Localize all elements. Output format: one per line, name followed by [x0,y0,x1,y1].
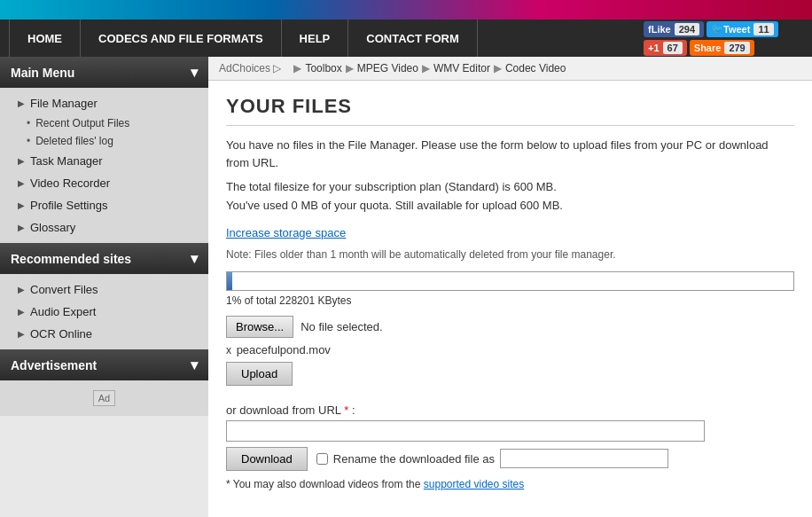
url-input[interactable] [226,420,705,442]
ad-badge: Ad [93,390,115,406]
progress-bar-fill [227,272,232,290]
sidebar-item-video-recorder[interactable]: ▶ Video Recorder [0,172,208,194]
breadcrumb-sep-2: ▶ [346,62,354,74]
content-wrapper: Main Menu ▾ ▶ File Manager Recent Output… [0,57,812,517]
increase-storage-link[interactable]: Increase storage space [226,226,346,239]
breadcrumb-mpeg-video[interactable]: MPEG Video [357,62,418,74]
social-buttons: f Like 294 🐦 Tweet 11 +1 67 Share 279 [644,21,803,56]
sidebar-item-convert-files[interactable]: ▶ Convert Files [0,278,208,301]
triangle-icon: ▶ [18,223,25,232]
sidebar-item-ocr-online[interactable]: ▶ OCR Online [0,323,208,345]
breadcrumb: AdChoices ▷ ▶ Toolbox ▶ MPEG Video ▶ WMV… [208,57,812,81]
breadcrumb-sep-1: ▶ [293,62,301,74]
triangle-icon: ▶ [18,98,25,108]
progress-bar-container [226,271,794,291]
rename-checkbox-row: Rename the downloaded file as [316,449,668,468]
footnote: * You may also download videos from the … [226,478,794,490]
share-label: Share [694,43,722,53]
nav-links: HOME CODECS AND FILE FORMATS HELP CONTAC… [9,20,644,57]
triangle-icon: ▶ [18,178,25,188]
main-menu-label: Main Menu [11,66,74,80]
upload-button[interactable]: Upload [226,362,293,386]
sidebar: Main Menu ▾ ▶ File Manager Recent Output… [0,57,208,517]
nav-contact[interactable]: CONTACT FORM [348,20,477,57]
page-body: YOUR FILES You have no files in the File… [208,81,812,517]
sidebar-subitem-deleted-files[interactable]: Deleted files' log [0,132,208,150]
rename-label: Rename the downloaded file as [333,452,495,466]
sidebar-item-glossary[interactable]: ▶ Glossary [0,216,208,239]
selected-file-row: x peacefulpond.mov [226,343,794,356]
sidebar-item-task-manager[interactable]: ▶ Task Manager [0,150,208,172]
info-text: You have no files in the File Manager. P… [226,137,794,171]
no-file-text: No file selected. [301,320,383,333]
facebook-like-count: 294 [675,23,699,35]
triangle-icon: ▶ [18,307,25,317]
breadcrumb-wmv-editor[interactable]: WMV Editor [433,62,490,74]
storage-line1: The total filesize for your subscription… [226,178,794,197]
twitter-icon: 🐦 [711,23,723,35]
footnote-text: * You may also download videos from the [226,478,420,490]
advertisement-arrow-icon: ▾ [191,356,198,373]
download-url-label: or download from URL * : [226,403,794,417]
nav-help[interactable]: HELP [282,20,349,57]
recommended-sites-header[interactable]: Recommended sites ▾ [0,243,208,274]
twitter-tweet-count: 11 [753,23,773,35]
ocr-online-label: OCR Online [30,327,92,341]
triangle-icon: ▶ [18,285,25,294]
share-button[interactable]: Share 279 [690,40,754,56]
colon: : [352,403,355,417]
facebook-like-button[interactable]: f Like 294 [644,21,704,37]
twitter-tweet-label: Tweet [723,24,750,35]
breadcrumb-toolbox[interactable]: Toolbox [305,62,341,74]
rename-checkbox[interactable] [316,453,328,465]
breadcrumb-sep-3: ▶ [422,62,430,74]
main-menu-header[interactable]: Main Menu ▾ [0,57,208,88]
sidebar-item-audio-expert[interactable]: ▶ Audio Expert [0,301,208,323]
storage-line2: You've used 0 MB of your quota. Still av… [226,197,794,215]
breadcrumb-sep-4: ▶ [494,62,502,74]
file-manager-label: File Manager [30,97,98,110]
recommended-sites-label: Recommended sites [11,252,131,266]
twitter-tweet-button[interactable]: 🐦 Tweet 11 [707,21,778,37]
convert-files-label: Convert Files [30,283,98,296]
sidebar-item-profile-settings[interactable]: ▶ Profile Settings [0,194,208,216]
download-button[interactable]: Download [226,447,308,471]
selected-file-name: peacefulpond.mov [237,343,331,356]
progress-label: 1% of total 228201 KBytes [226,294,794,307]
triangle-icon: ▶ [18,156,25,166]
facebook-like-label: Like [652,24,671,35]
recommended-sites-items: ▶ Convert Files ▶ Audio Expert ▶ OCR Onl… [0,274,208,349]
gplus-label: +1 [648,43,660,53]
video-recorder-label: Video Recorder [30,176,110,190]
storage-info: The total filesize for your subscription… [226,178,794,215]
main-menu-items: ▶ File Manager Recent Output Files Delet… [0,88,208,243]
audio-expert-label: Audio Expert [30,305,96,318]
download-row: Download Rename the downloaded file as [226,447,794,471]
sidebar-item-file-manager[interactable]: ▶ File Manager [0,92,208,114]
recommended-sites-arrow-icon: ▾ [191,250,198,267]
download-section: or download from URL * : Download Rename… [226,403,794,490]
nav-home[interactable]: HOME [9,20,81,57]
profile-settings-label: Profile Settings [30,199,107,212]
recent-output-label: Recent Output Files [35,117,129,129]
main-menu-arrow-icon: ▾ [191,64,198,81]
breadcrumb-codec-video[interactable]: Codec Video [505,62,566,74]
main-content: AdChoices ▷ ▶ Toolbox ▶ MPEG Video ▶ WMV… [208,57,812,517]
top-gradient-bar [0,0,812,20]
gplus-count: 67 [663,42,683,54]
sidebar-subitem-recent-output[interactable]: Recent Output Files [0,114,208,132]
advertisement-label: Advertisement [11,358,97,372]
page-title: YOUR FILES [226,95,794,126]
adchoices-label[interactable]: AdChoices ▷ [219,62,281,74]
advertisement-content: Ad [0,380,208,416]
supported-video-sites-link[interactable]: supported video sites [424,478,524,490]
rename-input[interactable] [500,449,668,468]
advertisement-header[interactable]: Advertisement ▾ [0,349,208,380]
ad-icon: Ad [93,390,115,406]
googleplus-button[interactable]: +1 67 [644,40,687,56]
triangle-icon: ▶ [18,329,25,339]
file-remove-icon[interactable]: x [226,344,231,356]
browse-button[interactable]: Browse... [226,316,293,338]
triangle-icon: ▶ [18,200,25,210]
nav-codecs[interactable]: CODECS AND FILE FORMATS [81,20,282,57]
